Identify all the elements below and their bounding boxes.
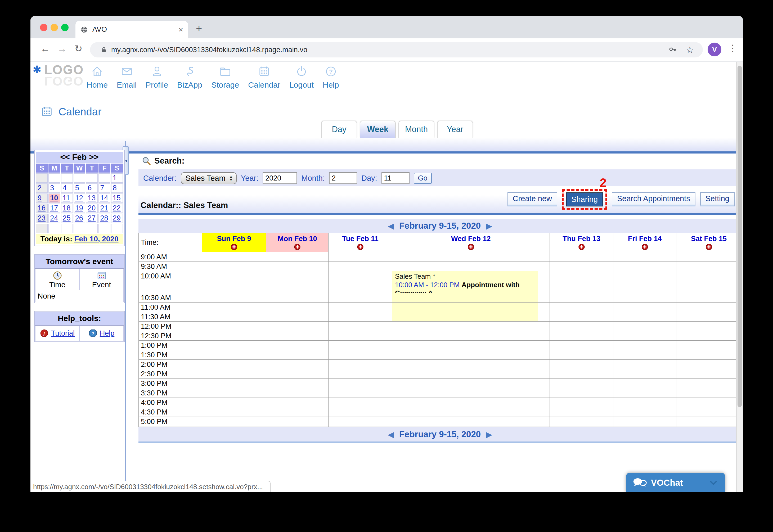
slot-cell[interactable] <box>676 350 741 360</box>
slot-cell[interactable] <box>266 407 329 417</box>
event-block[interactable]: Sales Team *10:00 AM - 12:00 PM Appointm… <box>392 271 538 293</box>
minical-day-11[interactable]: 11 <box>63 194 70 202</box>
minical-day-16[interactable]: 16 <box>38 204 46 212</box>
slot-cell[interactable] <box>202 398 266 407</box>
forward-button[interactable]: → <box>57 43 67 54</box>
slot-cell[interactable] <box>392 303 550 312</box>
day-link[interactable]: Thu Feb 13 <box>563 235 600 243</box>
minical-day-7[interactable]: 7 <box>100 184 104 192</box>
slot-cell[interactable] <box>550 303 613 312</box>
slot-cell[interactable] <box>613 407 676 417</box>
slot-cell[interactable] <box>266 303 329 312</box>
add-appointment-icon[interactable] <box>614 244 676 251</box>
slot-cell[interactable] <box>202 407 266 417</box>
search-appointments-button[interactable]: Search Appointments <box>612 192 695 206</box>
slot-cell[interactable] <box>202 293 266 303</box>
slot-cell[interactable] <box>613 262 676 271</box>
slot-cell[interactable] <box>676 312 741 322</box>
slot-cell[interactable] <box>613 293 676 303</box>
tab-day[interactable]: Day <box>321 121 357 138</box>
go-button[interactable]: Go <box>414 173 432 184</box>
help-link[interactable]: Help <box>100 329 115 337</box>
slot-cell[interactable] <box>329 303 392 312</box>
minical-day-27[interactable]: 27 <box>88 214 96 222</box>
slot-cell[interactable] <box>329 322 392 331</box>
slot-cell[interactable] <box>550 331 613 341</box>
slot-cell[interactable] <box>676 398 741 407</box>
slot-cell[interactable] <box>392 350 550 360</box>
slot-cell[interactable] <box>613 379 676 388</box>
nav-item-logout[interactable]: Logout <box>289 65 314 89</box>
nav-item-home[interactable]: Home <box>87 65 108 89</box>
minical-day-14[interactable]: 14 <box>100 194 108 202</box>
slot-cell[interactable] <box>266 398 329 407</box>
slot-cell[interactable] <box>613 312 676 322</box>
minical-day-1[interactable]: 1 <box>113 174 117 182</box>
slot-cell[interactable] <box>676 341 741 350</box>
slot-cell[interactable] <box>676 293 741 303</box>
minimize-window-button[interactable] <box>51 24 58 31</box>
reload-button[interactable]: ↻ <box>74 43 82 54</box>
slot-cell[interactable] <box>676 388 741 398</box>
slot-cell[interactable] <box>550 379 613 388</box>
slot-cell[interactable] <box>392 322 550 331</box>
slot-cell[interactable] <box>329 350 392 360</box>
minical-day-4[interactable]: 4 <box>63 184 67 192</box>
slot-cell[interactable] <box>202 271 266 293</box>
add-appointment-icon[interactable] <box>202 244 266 251</box>
slot-cell[interactable] <box>266 388 329 398</box>
slot-cell[interactable] <box>550 341 613 350</box>
slot-cell[interactable] <box>266 331 329 341</box>
slot-cell[interactable] <box>202 379 266 388</box>
slot-cell[interactable] <box>266 293 329 303</box>
minical-day-6[interactable]: 6 <box>88 184 92 192</box>
add-appointment-icon[interactable] <box>550 244 613 251</box>
slot-cell[interactable] <box>550 369 613 379</box>
minical-day-18[interactable]: 18 <box>63 204 71 212</box>
tab-year[interactable]: Year <box>437 121 473 138</box>
minical-day-25[interactable]: 25 <box>63 214 71 222</box>
day-link[interactable]: Tue Feb 11 <box>342 235 379 243</box>
day-link[interactable]: Fri Feb 14 <box>628 235 662 243</box>
slot-cell[interactable] <box>202 417 266 426</box>
slot-cell[interactable] <box>266 262 329 271</box>
slot-cell[interactable] <box>613 322 676 331</box>
slot-cell[interactable] <box>613 331 676 341</box>
tab-close-icon[interactable]: × <box>178 25 183 34</box>
slot-cell[interactable] <box>550 293 613 303</box>
slot-cell[interactable] <box>202 388 266 398</box>
nav-item-email[interactable]: Email <box>117 65 137 89</box>
slot-cell[interactable] <box>266 350 329 360</box>
minical-day-2[interactable]: 2 <box>38 184 42 192</box>
slot-cell[interactable] <box>202 350 266 360</box>
tab-month[interactable]: Month <box>398 121 434 138</box>
slot-cell[interactable] <box>550 322 613 331</box>
slot-cell[interactable] <box>329 341 392 350</box>
slot-cell[interactable] <box>676 360 741 369</box>
slot-cell[interactable] <box>329 407 392 417</box>
next-week-icon[interactable]: ▶ <box>486 221 492 231</box>
nav-item-storage[interactable]: Storage <box>211 65 239 89</box>
slot-cell[interactable] <box>550 262 613 271</box>
minical-day-10[interactable]: 10 <box>50 194 58 202</box>
key-icon[interactable] <box>668 45 677 55</box>
slot-cell[interactable] <box>613 388 676 398</box>
back-button[interactable]: ← <box>41 43 50 54</box>
slot-cell[interactable] <box>550 360 613 369</box>
slot-cell[interactable] <box>613 252 676 262</box>
minical-day-3[interactable]: 3 <box>50 184 54 192</box>
minical-day-22[interactable]: 22 <box>113 204 121 212</box>
slot-cell[interactable] <box>392 293 550 303</box>
slot-cell[interactable] <box>266 252 329 262</box>
slot-cell[interactable] <box>613 303 676 312</box>
slot-cell[interactable] <box>676 252 741 262</box>
year-input[interactable] <box>263 172 297 184</box>
minical-day-23[interactable]: 23 <box>38 214 46 222</box>
nav-item-profile[interactable]: Profile <box>146 65 168 89</box>
slot-cell[interactable] <box>392 360 550 369</box>
slot-cell[interactable] <box>550 312 613 322</box>
slot-cell[interactable] <box>550 252 613 262</box>
slot-cell[interactable] <box>613 350 676 360</box>
slot-cell[interactable] <box>392 379 550 388</box>
slot-cell[interactable] <box>202 369 266 379</box>
